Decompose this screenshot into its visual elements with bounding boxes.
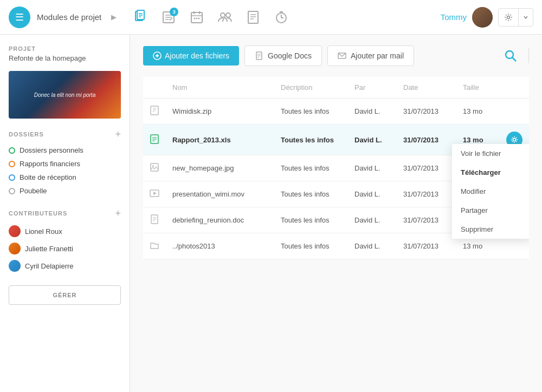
- contributor-avatar-cyril: [9, 260, 21, 272]
- dropdown-view[interactable]: Voir le fichier: [452, 144, 529, 163]
- col-header-actions: [500, 77, 529, 99]
- file-desc: Toutes les infos: [274, 233, 348, 259]
- svg-marker-49: [153, 192, 157, 195]
- svg-point-15: [198, 17, 200, 19]
- add-files-button[interactable]: Ajouter des fichiers: [143, 46, 239, 66]
- settings-gear-icon: [499, 9, 519, 26]
- file-name: Wimidisk.zip: [166, 99, 274, 125]
- file-date: 31/07/2013: [397, 155, 456, 181]
- contributor-name-lionel: Lionel Roux: [25, 227, 62, 236]
- contributor-lionel: Lionel Roux: [9, 223, 121, 240]
- table-row: Wimidisk.zip Toutes les infos David L. 3…: [143, 99, 529, 125]
- col-header-date: Date: [397, 77, 456, 99]
- file-name: debriefing_reunion.doc: [166, 207, 274, 233]
- file-dropdown-menu: Voir le fichier Télécharger Modifier Par…: [452, 144, 529, 239]
- settings-caret-icon: [519, 9, 533, 26]
- contributor-avatar-juliette: [9, 243, 21, 254]
- svg-point-17: [226, 13, 230, 17]
- contributors-section: CONTRIBUTEURS + Lionel Roux Juliette Fra…: [9, 208, 121, 275]
- hamburger-button[interactable]: ☰: [9, 6, 30, 28]
- nav-team-button[interactable]: [212, 4, 238, 30]
- breadcrumb-arrow: ▶: [111, 13, 117, 21]
- contributor-cyril: Cyril Delapierre: [9, 257, 121, 275]
- file-name: ../photos2013: [166, 233, 274, 259]
- file-actions-cell: Voir le fichier Télécharger Modifier Par…: [500, 125, 529, 155]
- google-docs-label: Google Docs: [268, 51, 312, 60]
- file-date: 31/07/2013: [397, 207, 456, 233]
- table-row: Rapport_2013.xls Toutes les infos David …: [143, 125, 529, 155]
- project-thumbnail: Donec la elit non mi porta: [9, 71, 121, 119]
- sidebar: PROJET Refonte de la homepage Donec la e…: [0, 35, 130, 392]
- contributors-label: CONTRIBUTEURS: [9, 210, 67, 217]
- col-header-name: Nom: [166, 77, 274, 99]
- sidebar-project-label: PROJET: [9, 45, 121, 52]
- manage-button[interactable]: GÉRER: [9, 285, 121, 305]
- nav-right-section: Tommy: [441, 7, 533, 28]
- folder-dot-poubelle: [9, 188, 15, 194]
- folder-dot-financiers: [9, 161, 15, 167]
- file-date: 31/07/2013: [397, 125, 456, 155]
- file-table: Nom Décription Par Date Taille Wimidisk.…: [143, 77, 529, 259]
- nav-tasks-button[interactable]: 3: [156, 4, 182, 30]
- toolbar: Ajouter des fichiers Google Docs Ajouter…: [143, 45, 529, 66]
- dropdown-edit[interactable]: Modifier: [452, 182, 529, 201]
- search-button[interactable]: [504, 49, 518, 63]
- tasks-badge: 3: [170, 8, 178, 16]
- svg-rect-37: [151, 106, 158, 115]
- file-type-icon: [143, 125, 166, 155]
- file-date: 31/07/2013: [397, 99, 456, 125]
- mail-icon: [338, 51, 346, 60]
- add-files-label: Ajouter des fichiers: [165, 51, 229, 60]
- folder-label-financiers: Rapports financiers: [20, 160, 80, 168]
- google-docs-icon: [255, 51, 263, 60]
- sidebar-project-name: Refonte de la homepage: [9, 54, 121, 62]
- folders-header: DOSSIERS +: [9, 129, 121, 139]
- contributor-name-juliette: Juliette Franetti: [25, 245, 73, 253]
- add-mail-button[interactable]: Ajouter par mail: [327, 45, 414, 66]
- svg-point-35: [506, 51, 513, 58]
- settings-button[interactable]: [498, 8, 533, 27]
- folder-item-personnels[interactable]: Dossiers personnels: [9, 143, 121, 157]
- file-date: 31/07/2013: [397, 233, 456, 259]
- file-name: presentation_wimi.mov: [166, 181, 274, 207]
- folders-section: DOSSIERS + Dossiers personnels Rapports …: [9, 129, 121, 198]
- nav-files-button[interactable]: [240, 4, 266, 30]
- dropdown-delete[interactable]: Supprimer: [452, 220, 529, 239]
- folder-item-financiers[interactable]: Rapports financiers: [9, 157, 121, 171]
- svg-point-16: [221, 13, 225, 17]
- main-layout: PROJET Refonte de la homepage Donec la e…: [0, 35, 542, 392]
- avatar[interactable]: [472, 7, 493, 28]
- folder-label-poubelle: Poubelle: [20, 187, 47, 195]
- file-desc: Toutes les infos: [274, 155, 348, 181]
- svg-point-14: [196, 17, 198, 19]
- main-content: Ajouter des fichiers Google Docs Ajouter…: [130, 35, 542, 392]
- svg-point-47: [152, 165, 154, 167]
- folder-dot-reception: [9, 174, 15, 181]
- add-folder-button[interactable]: +: [115, 129, 121, 139]
- gear-icon: [510, 135, 519, 144]
- contributor-avatar-lionel: [9, 225, 21, 237]
- contributor-juliette: Juliette Franetti: [9, 240, 121, 257]
- dropdown-share[interactable]: Partager: [452, 201, 529, 220]
- google-docs-button[interactable]: Google Docs: [244, 45, 322, 66]
- file-desc: Toutes les infos: [274, 181, 348, 207]
- folder-item-poubelle[interactable]: Poubelle: [9, 184, 121, 198]
- hamburger-icon: ☰: [15, 11, 24, 23]
- search-icon: [504, 49, 518, 63]
- svg-point-45: [513, 139, 516, 141]
- file-by: David L.: [348, 125, 397, 155]
- nav-timer-button[interactable]: [268, 4, 294, 30]
- col-header-by: Par: [348, 77, 397, 99]
- file-type-icon: [143, 99, 166, 125]
- dropdown-download[interactable]: Télécharger: [452, 163, 529, 182]
- file-actions-cell: [500, 99, 529, 125]
- add-contributor-button[interactable]: +: [115, 208, 121, 218]
- add-mail-label: Ajouter par mail: [351, 51, 404, 60]
- folder-item-reception[interactable]: Boite de réception: [9, 171, 121, 184]
- file-by: David L.: [348, 207, 397, 233]
- file-by: David L.: [348, 181, 397, 207]
- nav-docs-button[interactable]: [127, 4, 153, 30]
- nav-calendar-button[interactable]: [184, 4, 210, 30]
- file-type-icon: [143, 155, 166, 181]
- file-name: Rapport_2013.xls: [166, 125, 274, 155]
